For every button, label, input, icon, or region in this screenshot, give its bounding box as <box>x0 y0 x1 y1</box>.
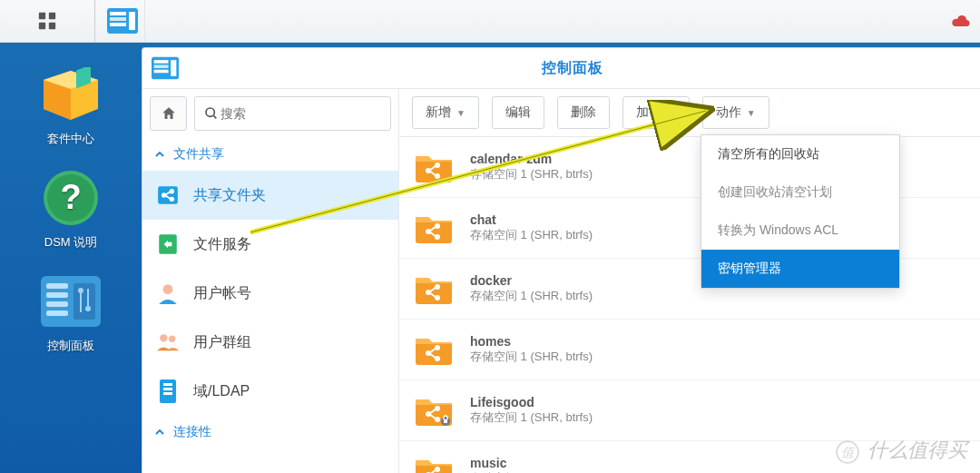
svg-rect-41 <box>163 392 172 395</box>
caret-down-icon: ▼ <box>747 108 756 118</box>
svg-rect-5 <box>110 12 126 15</box>
window-header: 控制面板 <box>142 48 980 89</box>
sidebar-item-label: 共享文件夹 <box>193 186 266 205</box>
sidebar-group-label: 连接性 <box>173 424 211 440</box>
svg-rect-39 <box>163 383 172 386</box>
menu-item-empty-recycle[interactable]: 清空所有的回收站 <box>701 135 899 173</box>
menu-item-key-manager[interactable]: 密钥管理器 <box>701 250 899 288</box>
folder-meta: 存储空间 1 (SHR, btrfs) <box>470 288 593 304</box>
search-icon <box>204 106 219 121</box>
desktop-label: 套件中心 <box>47 131 94 147</box>
filestation-icon <box>107 8 138 34</box>
sidebar: 文件共享 共享文件夹 文件服务 用户帐号 用户群组 域/LDAP <box>142 89 399 473</box>
group-icon <box>155 330 181 355</box>
svg-point-28 <box>206 108 214 116</box>
sidebar-item-label: 用户群组 <box>193 333 251 352</box>
sidebar-item-file-services[interactable]: 文件服务 <box>142 220 398 269</box>
svg-rect-8 <box>129 12 135 30</box>
encrypt-button[interactable]: 加密▼ <box>622 96 690 129</box>
svg-rect-15 <box>46 292 68 298</box>
sidebar-group-file-sharing[interactable]: 文件共享 <box>142 138 398 171</box>
svg-rect-0 <box>39 13 45 19</box>
create-button[interactable]: 新增▼ <box>412 96 479 129</box>
desktop-label: DSM 说明 <box>44 234 98 251</box>
folder-name: homes <box>470 334 593 349</box>
svg-rect-25 <box>154 64 169 68</box>
taskbar <box>0 0 980 43</box>
notification-cloud-icon[interactable] <box>951 15 971 29</box>
main-content: 新增▼ 编辑 删除 加密▼ 动作▼ calendar-zdm存储空间 1 (SH… <box>399 89 980 473</box>
svg-point-37 <box>169 336 175 342</box>
home-icon <box>161 105 177 122</box>
menu-item-recycle-schedule[interactable]: 创建回收站清空计划 <box>701 173 899 212</box>
folder-row[interactable]: Lifeisgood存储空间 1 (SHR, btrfs) <box>399 380 980 441</box>
sidebar-group-label: 文件共享 <box>173 146 224 163</box>
svg-rect-27 <box>171 60 176 76</box>
sidebar-group-connectivity[interactable]: 连接性 <box>142 416 398 448</box>
svg-rect-40 <box>163 388 172 390</box>
share-folder-icon <box>414 272 454 305</box>
edit-button[interactable]: 编辑 <box>492 96 544 129</box>
desktop-icon-package-center[interactable]: 套件中心 <box>40 64 102 147</box>
sidebar-item-shared-folder[interactable]: 共享文件夹 <box>142 171 398 220</box>
taskbar-filestation-button[interactable] <box>101 0 145 42</box>
control-panel-icon <box>40 271 102 332</box>
svg-text:?: ? <box>60 178 81 216</box>
svg-rect-6 <box>110 17 126 21</box>
search-input[interactable] <box>194 96 391 131</box>
svg-rect-14 <box>46 283 68 289</box>
file-services-icon <box>155 232 181 257</box>
svg-rect-1 <box>49 13 55 19</box>
help-icon: ? <box>40 167 102 229</box>
desktop-icon-control-panel[interactable]: 控制面板 <box>40 271 102 354</box>
svg-point-35 <box>163 284 173 294</box>
folder-meta: 存储空间 1 (SHR, btrfs) <box>470 227 593 243</box>
window-app-icon <box>152 56 179 80</box>
chevron-up-icon <box>155 428 164 437</box>
share-folder-icon <box>414 455 454 473</box>
svg-rect-17 <box>46 310 68 316</box>
chevron-up-icon <box>155 150 164 159</box>
svg-rect-38 <box>160 379 176 403</box>
share-folder-icon <box>414 394 454 427</box>
action-button[interactable]: 动作▼ <box>702 96 769 129</box>
svg-rect-24 <box>154 60 169 64</box>
desktop-icon-dsm-help[interactable]: ? DSM 说明 <box>40 167 102 251</box>
menu-item-convert-acl[interactable]: 转换为 Windows ACL <box>701 212 899 250</box>
folder-name: chat <box>470 212 593 227</box>
folder-name: Lifeisgood <box>470 395 593 409</box>
svg-rect-16 <box>46 301 68 307</box>
folder-meta: 存储空间 1 (SHR, btrfs) <box>470 409 593 426</box>
shared-folder-icon <box>155 182 181 208</box>
home-button[interactable] <box>150 96 187 131</box>
svg-rect-7 <box>110 23 126 26</box>
svg-rect-3 <box>49 23 55 29</box>
search-field[interactable] <box>219 105 381 122</box>
folder-name: calendar-zdm <box>470 152 593 166</box>
svg-rect-30 <box>158 186 178 204</box>
svg-rect-20 <box>80 291 82 312</box>
dashboard-button[interactable] <box>0 0 95 42</box>
svg-point-36 <box>160 334 167 341</box>
desktop-label: 控制面板 <box>47 338 94 354</box>
sidebar-item-group[interactable]: 用户群组 <box>142 318 398 367</box>
svg-text:值: 值 <box>841 445 856 459</box>
ldap-icon <box>155 379 181 404</box>
watermark-icon: 值 <box>836 440 859 464</box>
share-folder-icon <box>414 212 454 244</box>
svg-line-29 <box>213 115 216 118</box>
sidebar-item-label: 域/LDAP <box>193 382 250 401</box>
share-folder-icon <box>414 333 454 366</box>
caret-down-icon: ▼ <box>667 108 676 118</box>
desktop: 套件中心 ? DSM 说明 控制面板 <box>0 64 142 354</box>
action-dropdown-menu: 清空所有的回收站 创建回收站清空计划 转换为 Windows ACL 密钥管理器 <box>701 134 900 289</box>
toolbar: 新增▼ 编辑 删除 加密▼ 动作▼ <box>399 89 980 137</box>
folder-row[interactable]: homes存储空间 1 (SHR, btrfs) <box>399 320 980 380</box>
sidebar-item-domain-ldap[interactable]: 域/LDAP <box>142 367 398 416</box>
package-center-icon <box>40 64 102 125</box>
watermark: 值 什么值得买 <box>836 437 968 464</box>
user-icon <box>155 281 181 306</box>
sidebar-item-user[interactable]: 用户帐号 <box>142 269 398 318</box>
folder-meta: 存储空间 1 (SHR, btrfs) <box>470 349 593 365</box>
delete-button[interactable]: 删除 <box>557 96 610 129</box>
